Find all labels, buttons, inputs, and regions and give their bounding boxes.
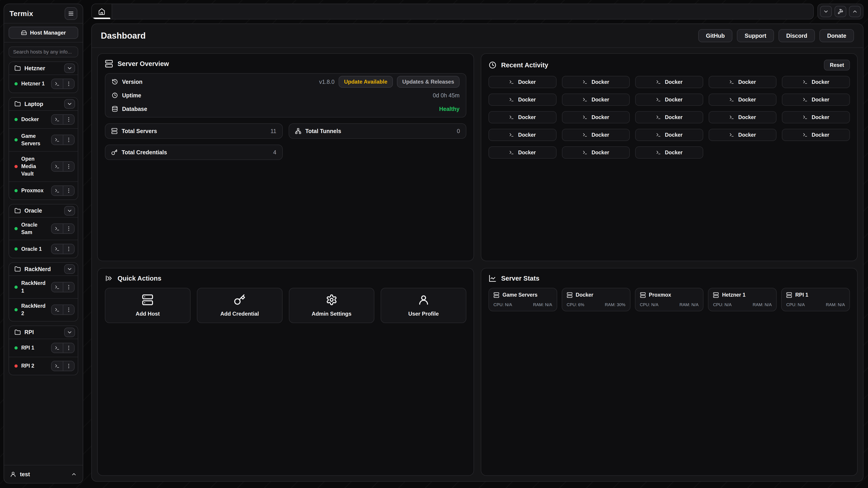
- tab-home[interactable]: [92, 4, 112, 19]
- host-item[interactable]: RPI 1: [9, 339, 78, 357]
- activity-item-button[interactable]: Docker: [709, 76, 777, 88]
- activity-item-button[interactable]: Docker: [782, 129, 850, 141]
- group-collapse-button[interactable]: [64, 206, 75, 216]
- tabs-chevron-up-button[interactable]: [849, 6, 861, 17]
- terminal-icon: [583, 79, 587, 85]
- host-menu-button[interactable]: [63, 283, 74, 292]
- tools-hammer-button[interactable]: [835, 6, 846, 17]
- updates-releases-button[interactable]: Updates & Releases: [397, 76, 460, 88]
- header-link-button[interactable]: GitHub: [698, 29, 733, 42]
- server-icon: [105, 60, 113, 68]
- admin-settings-tile[interactable]: Admin Settings: [289, 288, 375, 323]
- host-menu-button[interactable]: [63, 115, 74, 124]
- host-menu-button[interactable]: [63, 244, 74, 254]
- terminal-connect-button[interactable]: [52, 186, 63, 195]
- header-link-button[interactable]: Donate: [819, 29, 854, 42]
- update-available-button[interactable]: Update Available: [339, 76, 393, 88]
- activity-item-button[interactable]: Docker: [782, 76, 850, 88]
- host-item[interactable]: Proxmox: [9, 182, 78, 199]
- host-menu-button[interactable]: [63, 224, 74, 233]
- terminal-icon: [583, 97, 587, 102]
- host-item[interactable]: RackNerd 1: [9, 275, 78, 298]
- activity-item-button[interactable]: Docker: [782, 111, 850, 123]
- uptime-label: Uptime: [122, 92, 141, 99]
- activity-item-button[interactable]: Docker: [562, 76, 630, 88]
- terminal-connect-button[interactable]: [52, 343, 63, 353]
- header-link-button[interactable]: Discord: [778, 29, 815, 42]
- group-collapse-button[interactable]: [64, 264, 75, 274]
- activity-item-button[interactable]: Docker: [489, 94, 557, 106]
- terminal-connect-button[interactable]: [52, 361, 63, 371]
- status-dot: [14, 118, 18, 121]
- terminal-connect-button[interactable]: [52, 283, 63, 292]
- status-dot: [14, 165, 18, 168]
- terminal-connect-button[interactable]: [52, 162, 63, 171]
- user-profile-tile[interactable]: User Profile: [381, 288, 466, 323]
- activity-item-button[interactable]: Docker: [709, 94, 777, 106]
- host-menu-button[interactable]: [63, 79, 74, 89]
- add-host-tile[interactable]: Add Host: [105, 288, 191, 323]
- activity-item-button[interactable]: Docker: [562, 111, 630, 123]
- activity-item-button[interactable]: Docker: [635, 147, 703, 159]
- host-item[interactable]: RPI 2: [9, 357, 78, 375]
- terminal-connect-button[interactable]: [52, 244, 63, 254]
- activity-item-button[interactable]: Docker: [709, 129, 777, 141]
- host-item[interactable]: Oracle Sam: [9, 217, 78, 240]
- totals-grid: Total Servers 11 Total Tunnels 0 Total C…: [105, 123, 466, 160]
- card-title: Server Overview: [118, 60, 466, 68]
- add-credential-tile[interactable]: Add Credential: [197, 288, 283, 323]
- activity-item-button[interactable]: Docker: [709, 111, 777, 123]
- activity-item-button[interactable]: Docker: [635, 94, 703, 106]
- host-name: RPI 2: [21, 362, 48, 369]
- group-collapse-button[interactable]: [64, 64, 75, 73]
- activity-item-button[interactable]: Docker: [635, 76, 703, 88]
- host-item[interactable]: Game Servers: [9, 128, 78, 151]
- group-collapse-button[interactable]: [64, 99, 75, 109]
- group-collapse-button[interactable]: [64, 328, 75, 337]
- activity-item-button[interactable]: Docker: [489, 76, 557, 88]
- host-item[interactable]: Open Media Vault: [9, 151, 78, 182]
- terminal-icon: [656, 115, 661, 120]
- host-menu-button[interactable]: [63, 162, 74, 171]
- terminal-connect-button[interactable]: [52, 79, 63, 89]
- ellipsis-vertical-icon: [66, 81, 72, 87]
- terminal-connect-button[interactable]: [52, 135, 63, 144]
- sidebar-menu-button[interactable]: [65, 7, 77, 20]
- ellipsis-vertical-icon: [66, 117, 72, 123]
- topbar-actions: [817, 4, 864, 20]
- activity-item-button[interactable]: Docker: [489, 129, 557, 141]
- group-header: Oracle: [9, 204, 78, 217]
- activity-item-button[interactable]: Docker: [562, 147, 630, 159]
- header-link-button[interactable]: Support: [737, 29, 774, 42]
- host-item[interactable]: Oracle 1: [9, 240, 78, 258]
- host-menu-button[interactable]: [63, 186, 74, 195]
- activity-item-button[interactable]: Docker: [635, 111, 703, 123]
- status-dot: [14, 286, 18, 289]
- terminal-connect-button[interactable]: [52, 305, 63, 315]
- host-item[interactable]: RackNerd 2: [9, 298, 78, 321]
- host-manager-button[interactable]: Host Manager: [8, 27, 78, 39]
- user-menu[interactable]: test: [4, 465, 83, 483]
- host-menu-button[interactable]: [63, 135, 74, 144]
- host-menu-button[interactable]: [63, 361, 74, 371]
- terminal-connect-button[interactable]: [52, 115, 63, 124]
- terminal-connect-button[interactable]: [52, 224, 63, 233]
- activity-item-button[interactable]: Docker: [562, 94, 630, 106]
- activity-item-button[interactable]: Docker: [635, 129, 703, 141]
- host-item[interactable]: Hetzner 1: [9, 74, 78, 93]
- activity-item-button[interactable]: Docker: [562, 129, 630, 141]
- search-input[interactable]: [8, 46, 78, 57]
- host-menu-button[interactable]: [63, 305, 74, 315]
- terminal-icon: [509, 97, 514, 102]
- activity-item-button[interactable]: Docker: [489, 147, 557, 159]
- ellipsis-vertical-icon: [66, 307, 72, 313]
- reset-button[interactable]: Reset: [824, 60, 850, 70]
- folder-icon: [14, 65, 21, 71]
- activity-item-button[interactable]: Docker: [489, 111, 557, 123]
- host-menu-button[interactable]: [63, 343, 74, 353]
- stat-values: CPU: N/A RAM: N/A: [640, 302, 699, 307]
- activity-item-button[interactable]: Docker: [782, 94, 850, 106]
- tabs-chevron-down-button[interactable]: [820, 6, 832, 17]
- host-item[interactable]: Docker: [9, 110, 78, 128]
- dashboard-header: Dashboard GitHub Support Discord Donate: [92, 24, 863, 48]
